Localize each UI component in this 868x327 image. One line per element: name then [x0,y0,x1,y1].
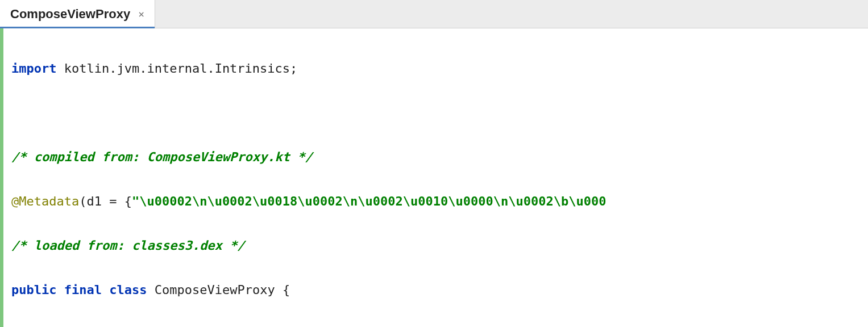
close-icon[interactable]: × [138,9,144,19]
code-line: import kotlin.jvm.internal.Intrinsics; [11,57,868,79]
tab-bar: ComposeViewProxy × [0,0,868,28]
class-name: ComposeViewProxy [147,283,282,297]
code-line: /* compiled from: ComposeViewProxy.kt */ [11,146,868,168]
keyword: class [109,283,147,297]
tab-title: ComposeViewProxy [10,7,130,22]
comment: /* compiled from: ComposeViewProxy.kt */ [11,150,313,164]
string-literal: "\u00002\n\u0002\u0018\u0002\n\u0002\u00… [132,194,606,208]
editor-tab[interactable]: ComposeViewProxy × [0,0,155,28]
comment: /* loaded from: classes3.dex */ [11,238,245,253]
keyword: final [64,283,102,297]
import-path: kotlin.jvm.internal.Intrinsics; [56,61,297,76]
keyword-import: import [11,61,56,76]
code-line [11,102,868,124]
keyword: public [11,283,56,297]
code-line: public static final int $stable = LiveLi… [11,323,868,327]
code-line: @Metadata(d1 = {"\u00002\n\u0002\u0018\u… [11,190,868,212]
code-line: public final class ComposeViewProxy { [11,279,868,301]
annotation: @Metadata [11,194,79,208]
code-line: /* loaded from: classes3.dex */ [11,234,868,257]
code-editor[interactable]: import kotlin.jvm.internal.Intrinsics; /… [0,28,868,327]
brace: { [283,283,290,297]
text: (d1 = { [79,194,132,208]
